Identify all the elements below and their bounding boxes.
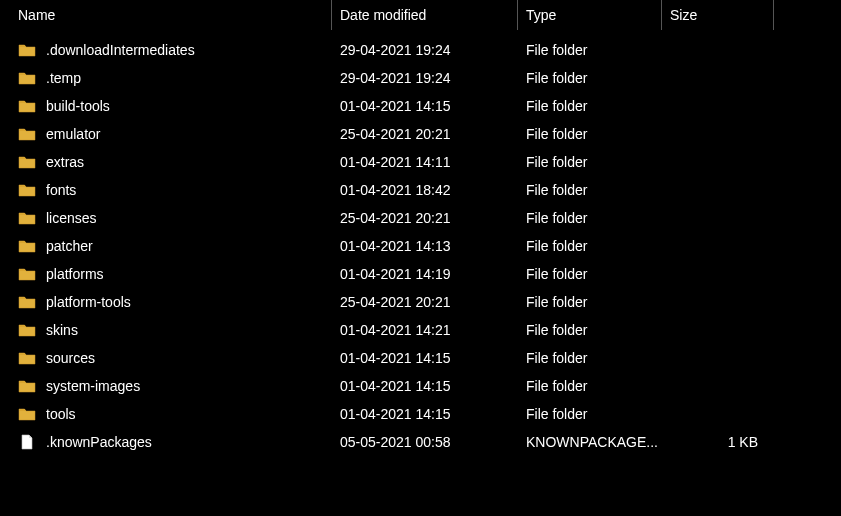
file-type-cell: File folder [518,42,662,58]
file-row[interactable]: platforms01-04-2021 14:19File folder [0,260,841,288]
file-type-cell: File folder [518,322,662,338]
folder-icon [18,238,36,254]
file-type-cell: KNOWNPACKAGE... [518,434,662,450]
file-name-label: .temp [46,70,81,86]
file-name-label: sources [46,350,95,366]
file-row[interactable]: system-images01-04-2021 14:15File folder [0,372,841,400]
file-date-cell: 01-04-2021 18:42 [332,182,518,198]
file-name-cell: skins [0,322,332,338]
file-name-label: extras [46,154,84,170]
file-name-label: emulator [46,126,100,142]
folder-icon [18,210,36,226]
file-name-cell: system-images [0,378,332,394]
file-row[interactable]: licenses25-04-2021 20:21File folder [0,204,841,232]
file-date-cell: 01-04-2021 14:15 [332,98,518,114]
file-name-cell: tools [0,406,332,422]
column-header-date-label: Date modified [340,7,426,23]
file-row[interactable]: fonts01-04-2021 18:42File folder [0,176,841,204]
file-type-cell: File folder [518,378,662,394]
folder-icon [18,154,36,170]
column-header-name-label: Name [18,7,55,23]
file-type-cell: File folder [518,350,662,366]
file-date-cell: 01-04-2021 14:11 [332,154,518,170]
file-name-label: fonts [46,182,76,198]
folder-icon [18,42,36,58]
file-date-cell: 05-05-2021 00:58 [332,434,518,450]
file-name-cell: patcher [0,238,332,254]
file-row[interactable]: emulator25-04-2021 20:21File folder [0,120,841,148]
folder-icon [18,182,36,198]
file-type-cell: File folder [518,126,662,142]
file-date-cell: 01-04-2021 14:15 [332,406,518,422]
file-name-cell: .knownPackages [0,434,332,450]
folder-icon [18,350,36,366]
folder-icon [18,406,36,422]
file-name-label: platforms [46,266,104,282]
file-row[interactable]: sources01-04-2021 14:15File folder [0,344,841,372]
file-row[interactable]: patcher01-04-2021 14:13File folder [0,232,841,260]
file-name-label: licenses [46,210,97,226]
file-name-label: build-tools [46,98,110,114]
file-name-label: patcher [46,238,93,254]
file-name-cell: platform-tools [0,294,332,310]
column-header-type[interactable]: Type [518,0,662,30]
folder-icon [18,378,36,394]
file-name-label: .downloadIntermediates [46,42,195,58]
file-date-cell: 29-04-2021 19:24 [332,42,518,58]
folder-icon [18,126,36,142]
file-name-label: platform-tools [46,294,131,310]
file-date-cell: 29-04-2021 19:24 [332,70,518,86]
file-name-label: .knownPackages [46,434,152,450]
column-header-size-label: Size [670,7,697,23]
file-type-cell: File folder [518,238,662,254]
file-row[interactable]: tools01-04-2021 14:15File folder [0,400,841,428]
file-type-cell: File folder [518,294,662,310]
folder-icon [18,294,36,310]
file-type-cell: File folder [518,210,662,226]
file-type-cell: File folder [518,182,662,198]
column-header-type-label: Type [526,7,556,23]
file-date-cell: 01-04-2021 14:13 [332,238,518,254]
file-row[interactable]: build-tools01-04-2021 14:15File folder [0,92,841,120]
file-name-cell: fonts [0,182,332,198]
file-row[interactable]: .temp29-04-2021 19:24File folder [0,64,841,92]
column-header-date[interactable]: Date modified [332,0,518,30]
file-icon [18,434,36,450]
file-type-cell: File folder [518,154,662,170]
file-size-cell: 1 KB [662,434,774,450]
file-date-cell: 01-04-2021 14:19 [332,266,518,282]
folder-icon [18,70,36,86]
file-name-label: tools [46,406,76,422]
file-type-cell: File folder [518,266,662,282]
file-list: .downloadIntermediates29-04-2021 19:24Fi… [0,30,841,456]
folder-icon [18,98,36,114]
file-date-cell: 01-04-2021 14:15 [332,378,518,394]
file-date-cell: 25-04-2021 20:21 [332,210,518,226]
file-date-cell: 25-04-2021 20:21 [332,294,518,310]
file-name-cell: emulator [0,126,332,142]
file-row[interactable]: .knownPackages05-05-2021 00:58KNOWNPACKA… [0,428,841,456]
file-date-cell: 01-04-2021 14:15 [332,350,518,366]
file-row[interactable]: platform-tools25-04-2021 20:21File folde… [0,288,841,316]
file-name-cell: extras [0,154,332,170]
column-header-name[interactable]: Name ˅ [0,0,332,30]
file-name-cell: sources [0,350,332,366]
file-name-cell: .downloadIntermediates [0,42,332,58]
file-type-cell: File folder [518,406,662,422]
file-date-cell: 25-04-2021 20:21 [332,126,518,142]
sort-arrow-icon: ˅ [163,0,169,6]
file-row[interactable]: skins01-04-2021 14:21File folder [0,316,841,344]
column-header-size[interactable]: Size [662,0,774,30]
folder-icon [18,322,36,338]
file-name-cell: .temp [0,70,332,86]
file-row[interactable]: extras01-04-2021 14:11File folder [0,148,841,176]
file-name-cell: platforms [0,266,332,282]
file-date-cell: 01-04-2021 14:21 [332,322,518,338]
file-name-label: system-images [46,378,140,394]
file-row[interactable]: .downloadIntermediates29-04-2021 19:24Fi… [0,36,841,64]
file-type-cell: File folder [518,70,662,86]
file-name-cell: build-tools [0,98,332,114]
column-header-row: Name ˅ Date modified Type Size [0,0,841,30]
file-name-cell: licenses [0,210,332,226]
file-name-label: skins [46,322,78,338]
